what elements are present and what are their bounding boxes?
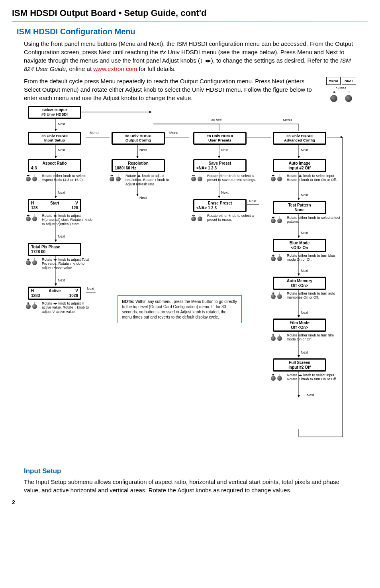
desc-testpattern: Rotate either knob to select a test patt…: [287, 216, 343, 224]
label-30sec: 30 sec.: [211, 118, 223, 122]
box-advanced-config: #8 Univ HDSDI Advanced Config: [273, 132, 326, 145]
knob-icon: [32, 177, 37, 181]
box-user-presets: #8 Univ HDSDI User Presets: [193, 132, 247, 145]
arrow-ud-icon: ↕: [277, 373, 282, 376]
knobs-active: ◂▸ ↕: [26, 301, 37, 309]
arrow-ud-icon: ↕: [277, 174, 282, 177]
label-next-c4: Next: [301, 148, 308, 152]
knobs-aspect: ◂▸ ↕: [26, 174, 37, 181]
knobs-erase: ◂▸ ↕: [191, 214, 202, 221]
knob-icon: [277, 256, 282, 261]
box-auto-image: Auto Image Input #2 Off: [273, 159, 326, 172]
page-title: ISM HDSDI Output Board • Setup Guide, co…: [12, 8, 368, 18]
box-resolution: Resolution 1080i 60 Hz: [112, 159, 165, 172]
arrow-lr-icon: ◂▸: [26, 174, 31, 177]
arrow-ud-icon: ↕: [198, 174, 202, 177]
adjust-label: — ADJUST —: [326, 86, 356, 89]
label-next-c3: Next: [221, 148, 229, 152]
p1d: for full details.: [137, 65, 176, 72]
knob-icon: [277, 294, 282, 299]
arrow-lr-icon: ◂▸: [271, 291, 276, 294]
arrow-lr-icon: ◂▸: [271, 216, 276, 218]
box-test-pattern: Test Pattern None: [273, 201, 326, 214]
box-select-output: Select Output #8 Univ HDSDI: [28, 106, 81, 119]
label-next-c3c: Next: [249, 199, 257, 203]
menu-button[interactable]: MENU: [326, 77, 341, 85]
knob-icon: [198, 177, 202, 181]
arrow-lr-icon: ◂▸: [110, 174, 114, 177]
box-totalpix: Total Pix Phase 1728 00: [28, 243, 81, 256]
label-next-c1c: Next: [58, 234, 65, 238]
arrow-lr-icon: ◂▸: [26, 301, 31, 304]
box-blue-mode: Blue Mode <Off> On: [273, 239, 326, 252]
label-next-c3b: Next: [221, 191, 229, 195]
knobs-bluemode: ◂▸ ↕: [271, 254, 282, 261]
knobs-totalpix: ◂▸ ↕: [26, 258, 37, 265]
desc-active: Rotate ◂▸ knob to adjust H active value.…: [42, 301, 94, 314]
arrow-ud-icon: ↕: [116, 174, 121, 177]
label-menu-3: Menu: [283, 118, 292, 122]
knob-icon: [32, 260, 37, 265]
box-erase-preset: Erase Preset <NA> 1 2 3: [193, 199, 247, 212]
arrow-lr-icon: ◂▸: [271, 333, 276, 336]
knob-icon: [277, 177, 282, 181]
label-next-c4d: Next: [301, 269, 308, 273]
note-label: NOTE:: [122, 299, 134, 304]
adjust-knob-right[interactable]: [345, 95, 352, 102]
extron-link[interactable]: www.extron.com: [93, 65, 137, 72]
knobs-resolution: ◂▸ ↕: [110, 174, 121, 181]
arrow-lr-icon: ◂▸: [271, 254, 276, 256]
label-next: Next: [58, 122, 65, 126]
arrow-lr-icon: ◂▸: [26, 214, 31, 216]
knobs-testpattern: ◂▸ ↕: [271, 216, 282, 223]
label-menu-2: Menu: [169, 131, 178, 135]
label-next-c4f: Next: [301, 350, 308, 354]
desc-filmmode: Rotate either knob to turn film mode On …: [287, 333, 339, 342]
knob-icon: [271, 336, 276, 341]
desc-fullscreen: Rotate ◂▸ knob to select input. Rotate ↕…: [287, 373, 339, 382]
arrow-ud-icon: ↕: [277, 291, 282, 294]
box-save-preset: Save Preset <NA> 1 2 3: [193, 159, 247, 172]
knobs-autoimage: ◂▸ ↕: [271, 174, 282, 181]
knob-icon: [116, 177, 121, 181]
knob-icon: [26, 216, 31, 221]
knob-icon: [271, 294, 276, 299]
box-auto-memory: Auto Memory Off <On>: [273, 277, 326, 290]
knob-icon: [26, 304, 31, 309]
knob-icon: [191, 216, 196, 221]
next-button[interactable]: NEXT: [342, 77, 356, 85]
desc-start: Rotate ◂▸ knob to adjust H(orizontal) st…: [42, 214, 94, 226]
arrow-ud-icon: ↕: [277, 254, 282, 256]
knob-icon: [277, 218, 282, 223]
knob-icon: [191, 177, 196, 181]
note-text: Within any submenu, press the Menu butto…: [122, 299, 237, 319]
page-number: 2: [12, 499, 368, 505]
knobs-filmmode: ◂▸ ↕: [271, 333, 282, 341]
label-next-c1b: Next: [58, 191, 65, 195]
knob-icon: [32, 304, 37, 309]
knob-icon: [271, 177, 276, 181]
menu-flow-diagram: Select Output #8 Univ HDSDI Next #8 Univ…: [12, 106, 366, 461]
desc-resolution: Rotate ◂▸ knob to adjust resolution. Rot…: [125, 174, 177, 186]
knob-icon: [277, 376, 282, 381]
knobs-fullscreen: ◂▸ ↕: [271, 373, 282, 381]
arrow-ud-icon: ↕: [198, 214, 202, 216]
title-underline: [12, 21, 368, 22]
label-next-c2b: Next: [139, 196, 147, 200]
desc-bluemode: Rotate either knob to turn blue mode On …: [287, 254, 339, 262]
paragraph-3: The Input Setup submenu allows configura…: [24, 478, 356, 494]
knob-icon: [277, 336, 282, 341]
label-next-c1d: Next: [58, 278, 65, 282]
label-next-c4e: Next: [301, 311, 308, 315]
desc-autoimage: Rotate ◂▸ knob to select input. Rotate ↕…: [287, 174, 339, 182]
arrow-lr-icon: ◂▸: [333, 90, 336, 94]
label-next-c4b: Next: [301, 193, 308, 197]
box-output-config: #8 Univ HDSDI Output Config: [112, 132, 165, 145]
arrow-ud-icon: ↕: [32, 301, 37, 304]
knobs-start: ◂▸ ↕: [26, 214, 37, 221]
desc-erase: Rotate either knob to select a preset to…: [207, 214, 259, 222]
arrow-ud-icon: ↕: [348, 90, 350, 94]
box-film-mode: Film Mode Off <On>: [273, 319, 326, 332]
adjust-knob-left[interactable]: [330, 95, 337, 102]
box-input-setup: #8 Univ HDSDI Input Setup: [28, 132, 81, 145]
